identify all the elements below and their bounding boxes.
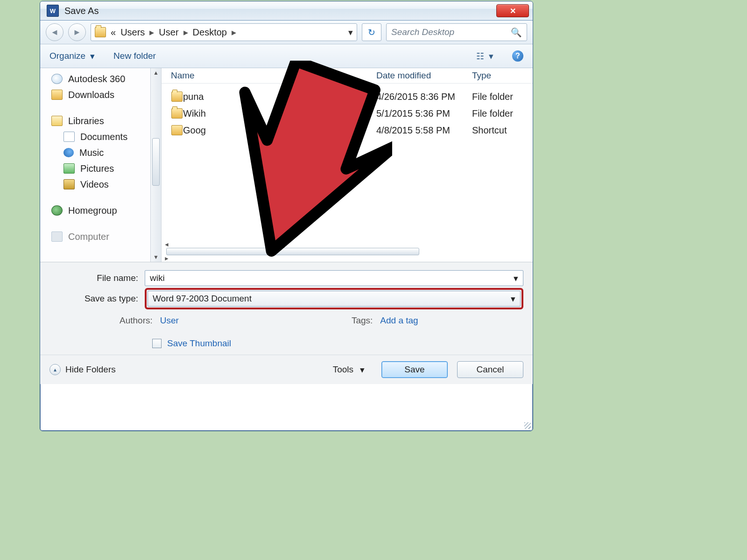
scroll-up-icon[interactable]: ▲ [151,68,161,77]
sidebar-item-videos[interactable]: Videos [51,176,159,192]
save-type-label: Save as type: [49,294,138,304]
help-icon: ? [515,52,520,60]
folder-icon [95,27,106,37]
sidebar-item-autodesk360[interactable]: Autodesk 360 [51,71,159,87]
file-name-label: File name: [49,273,138,283]
folder-icon [171,108,183,119]
file-list: puna 4/26/2015 8:36 PM File folder Wikih… [162,84,533,241]
forward-button[interactable]: ► [68,23,86,41]
authors-value[interactable]: User [160,315,179,326]
search-input[interactable]: Search Desktop 🔍 [386,23,527,41]
save-thumbnail-label[interactable]: Save Thumbnail [167,338,231,349]
folder-icon [171,91,183,102]
sidebar-item-homegroup[interactable]: Homegroup [51,203,159,218]
list-item[interactable]: puna 4/26/2015 8:36 PM File folder [171,88,533,105]
chevron-down-icon: ▾ [90,51,95,62]
col-name[interactable]: Name [171,70,376,81]
chevron-down-icon: ▾ [489,51,493,62]
authors-label: Authors: [120,315,153,326]
view-menu[interactable]: ☷ ▾ [476,51,493,62]
chevron-down-icon[interactable]: ▾ [511,294,515,304]
tags-value[interactable]: Add a tag [380,315,418,326]
forward-icon: ► [73,28,81,37]
tags-label: Tags: [352,315,373,326]
save-thumbnail-checkbox[interactable] [152,339,162,348]
save-button[interactable]: Save [381,361,448,378]
resize-grip-icon[interactable] [524,422,531,429]
scroll-thumb[interactable] [152,138,160,186]
back-button[interactable]: ◄ [46,23,63,41]
window-title: Save As [64,6,99,16]
sidebar-item-pictures[interactable]: Pictures [51,161,159,176]
close-button[interactable]: ✕ [496,4,529,17]
search-placeholder: Search Desktop [391,27,454,37]
tools-menu[interactable]: Tools ▾ [333,364,365,375]
close-icon: ✕ [510,7,516,15]
cancel-button[interactable]: Cancel [457,361,523,378]
file-name-input[interactable]: wiki ▾ [145,270,523,286]
list-item[interactable]: Wikih 5/1/2015 5:36 PM File folder [171,105,533,122]
search-icon: 🔍 [511,27,522,38]
chevron-up-icon: ▴ [49,364,61,375]
breadcrumb[interactable]: « Users▸ User▸ Desktop▸ ▾ [91,23,357,41]
documents-icon [63,132,75,142]
sidebar-item-music[interactable]: Music [51,145,159,161]
col-type[interactable]: Type [472,70,491,81]
sidebar-item-documents[interactable]: Documents [51,129,159,145]
file-pane: Name Date modified Type puna 4/26/2015 8… [162,68,533,262]
save-type-dropdown[interactable]: Word 97-2003 Document ▾ [148,291,521,307]
form-panel: File name: wiki ▾ Save as type: Word 97-… [40,262,533,355]
refresh-icon: ↻ [368,27,375,38]
sidebar-scrollbar[interactable]: ▲ ▼ [150,68,161,262]
cloud-icon [51,74,63,84]
sidebar: Autodesk 360 Downloads Libraries Documen… [40,68,162,262]
videos-icon [63,179,75,189]
breadcrumb-dropdown-icon[interactable]: ▾ [348,27,353,38]
view-icon: ☷ [476,51,484,62]
scroll-thumb[interactable] [166,248,419,255]
body: Autodesk 360 Downloads Libraries Documen… [40,68,533,262]
pictures-icon [63,163,75,174]
horizontal-scrollbar[interactable]: ◄ ► [162,241,533,262]
organize-menu[interactable]: Organize ▾ [49,51,95,62]
refresh-button[interactable]: ↻ [362,23,381,41]
save-type-highlight: Word 97-2003 Document ▾ [145,288,523,309]
download-icon [51,90,63,100]
save-as-dialog: W Save As ✕ ◄ ► « Users▸ User▸ Desktop▸ … [40,1,533,431]
breadcrumb-item[interactable]: Users [120,27,145,38]
sidebar-item-computer[interactable]: Computer [51,229,159,245]
scroll-left-icon[interactable]: ◄ [162,241,172,248]
chevron-down-icon: ▾ [360,364,365,375]
back-icon: ◄ [50,28,59,37]
shortcut-icon [171,125,183,135]
new-folder-button[interactable]: New folder [113,51,156,61]
scroll-down-icon[interactable]: ▼ [151,252,161,262]
hide-folders-button[interactable]: ▴ Hide Folders [49,364,116,375]
dialog-footer: ▴ Hide Folders Tools ▾ Save Cancel [40,355,533,384]
sidebar-group-libraries[interactable]: Libraries [51,113,159,129]
breadcrumb-item[interactable]: Desktop [193,27,227,38]
music-icon [63,148,74,157]
chevron-down-icon[interactable]: ▾ [514,273,518,284]
sidebar-item-downloads[interactable]: Downloads [51,87,159,103]
scroll-right-icon[interactable]: ► [162,255,172,262]
column-headers[interactable]: Name Date modified Type [162,68,533,84]
col-date[interactable]: Date modified [376,70,472,81]
title-bar: W Save As ✕ [40,1,533,21]
breadcrumb-overflow[interactable]: « [111,27,116,38]
libraries-icon [51,116,63,126]
homegroup-icon [51,205,63,216]
list-item[interactable]: Goog 4/8/2015 5:58 PM Shortcut [171,122,533,139]
help-button[interactable]: ? [512,50,523,62]
nav-bar: ◄ ► « Users▸ User▸ Desktop▸ ▾ ↻ Search D… [40,21,533,44]
word-icon: W [47,5,59,17]
computer-icon [51,231,63,242]
breadcrumb-item[interactable]: User [159,27,178,38]
toolbar: Organize ▾ New folder ☷ ▾ ? [40,44,533,68]
